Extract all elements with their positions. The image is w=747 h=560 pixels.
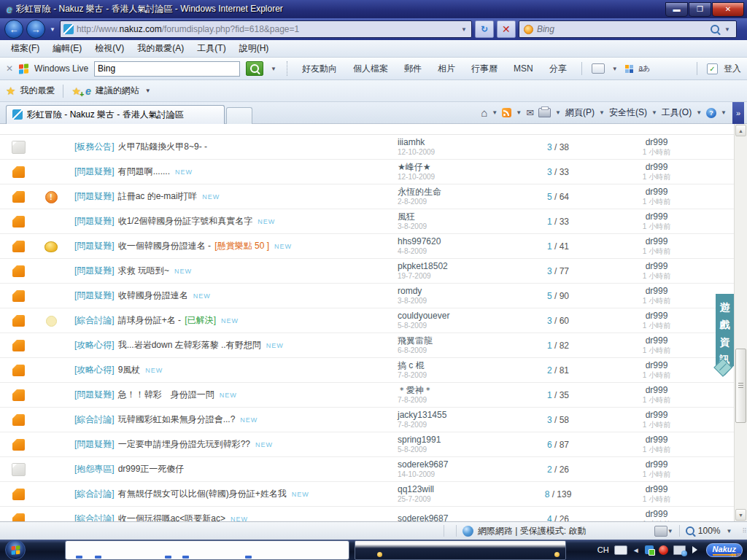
thread-author-link[interactable]: 飛翼雷龍 — [398, 335, 511, 346]
favorites-star-icon[interactable]: ★ — [6, 85, 15, 98]
live-link-activity[interactable]: 好友動向 — [297, 63, 342, 75]
live-search-button[interactable] — [246, 61, 263, 76]
help-icon[interactable]: ? — [706, 108, 716, 118]
thread-author-link[interactable]: 永恆的生命 — [398, 187, 511, 198]
tools-menu[interactable]: 工具(O) — [662, 106, 692, 119]
address-dropdown-icon[interactable]: ▼ — [460, 26, 468, 33]
thread-category[interactable]: [攻略心得] — [74, 340, 115, 350]
vertical-scrollbar[interactable]: ▲ ▼ — [734, 124, 747, 521]
thread-author-link[interactable]: couldyouever — [398, 311, 511, 322]
thread-title-link[interactable]: 有問題啊....... — [118, 166, 170, 176]
live-link-photos[interactable]: 相片 — [433, 63, 460, 75]
thread-title-link[interactable]: 收一個韓國身份證連名 - — [118, 241, 214, 251]
print-icon[interactable] — [538, 108, 551, 117]
thread-category[interactable]: [問題疑難] — [74, 389, 115, 400]
thread-author-link[interactable]: 搞 c 棍 — [398, 360, 511, 371]
last-poster-link[interactable]: dr999 — [605, 335, 708, 346]
page-menu[interactable]: 網頁(P) — [565, 106, 595, 119]
thread-title-link[interactable]: 火甲7貼錢換火甲8~9- - — [118, 141, 207, 152]
menu-view[interactable]: 檢視(V) — [88, 40, 131, 57]
help-dropdown-icon[interactable]: ▼ — [721, 109, 727, 116]
last-poster-link[interactable]: dr999 — [605, 360, 708, 371]
thread-title-link[interactable]: 請球身份証+名 - — [118, 315, 184, 325]
live-link-mail[interactable]: 郵件 — [399, 63, 427, 75]
messenger-icon[interactable] — [645, 545, 654, 554]
search-dropdown-icon[interactable]: ▼ — [723, 26, 732, 33]
zoom-dropdown-icon[interactable]: ▼ — [726, 528, 732, 534]
close-button[interactable]: ✕ — [712, 2, 744, 17]
last-poster-link[interactable]: dr999 — [605, 286, 708, 297]
taskbar-window-group-1[interactable] — [65, 540, 349, 560]
thread-author-link[interactable]: ★峰仔★ — [398, 162, 511, 173]
thread-title-link[interactable]: 收1/2個韓國身份証字號和真實名字 — [118, 216, 253, 226]
scrollbar-thumb[interactable] — [735, 349, 746, 423]
tray-app-icon[interactable] — [659, 545, 668, 555]
thread-title-link[interactable]: 收韓國身份證連名 — [118, 290, 188, 300]
thread-author-link[interactable]: jacky131455 — [398, 410, 511, 421]
live-link-profile[interactable]: 個人檔案 — [348, 63, 393, 75]
live-search-dropdown-icon[interactable]: ▼ — [269, 66, 278, 72]
restore-button[interactable]: ❐ — [689, 2, 711, 17]
thread-title-link[interactable]: 收一個玩得嘅ac<唔要新ac> — [118, 513, 225, 521]
scroll-down-icon[interactable]: ▼ — [735, 509, 746, 521]
thread-title-highlight[interactable]: [懸賞樂點 50 ] — [214, 241, 269, 251]
keyboard-icon[interactable] — [614, 545, 627, 555]
safety-dropdown-icon[interactable]: ▼ — [651, 109, 657, 116]
favorites-label[interactable]: 我的最愛 — [20, 85, 55, 97]
stop-button[interactable]: ✕ — [497, 20, 516, 38]
thread-author-link[interactable]: soderek9687 — [398, 459, 511, 470]
volume-icon[interactable] — [692, 546, 701, 553]
add-favorite-icon[interactable]: ★ — [71, 85, 81, 97]
thread-author-link[interactable]: qq123will — [398, 484, 511, 495]
thread-title-link[interactable]: 求救 玩唔到~ — [118, 265, 169, 276]
last-poster-link[interactable]: dr999 — [605, 509, 708, 520]
home-dropdown-icon[interactable]: ▼ — [492, 109, 498, 116]
thread-author-link[interactable]: spring1991 — [398, 435, 511, 446]
rss-dropdown-icon[interactable]: ▼ — [516, 109, 522, 116]
language-indicator[interactable]: CH — [597, 545, 609, 554]
forward-button[interactable]: → — [26, 20, 45, 39]
network-icon[interactable] — [673, 545, 686, 555]
zoom-icon[interactable] — [686, 526, 694, 535]
safety-menu[interactable]: 安全性(S) — [609, 106, 647, 119]
thread-title-link[interactable]: 9風杖 — [118, 365, 141, 375]
toolbar-options-icon[interactable] — [592, 63, 605, 74]
last-poster-link[interactable]: dr999 — [605, 435, 708, 446]
live-link-calendar[interactable]: 行事曆 — [466, 63, 503, 75]
sign-in-link[interactable]: 登入 — [724, 63, 741, 75]
start-button[interactable] — [5, 540, 26, 560]
menu-favorites[interactable]: 我的最愛(A) — [131, 40, 190, 57]
last-poster-link[interactable]: dr999 — [605, 459, 708, 470]
home-icon[interactable]: ⌂ — [481, 106, 487, 119]
suggested-sites-dropdown-icon[interactable]: ▼ — [144, 88, 152, 94]
last-poster-link[interactable]: dr999 — [605, 410, 708, 421]
last-poster-link[interactable]: dr999 — [605, 236, 708, 247]
last-poster-link[interactable]: dr999 — [605, 187, 708, 198]
thread-title-link[interactable]: dr999正一死傻仔 — [118, 464, 185, 474]
rss-icon[interactable] — [502, 108, 511, 117]
tools-dropdown-icon[interactable]: ▼ — [696, 109, 702, 116]
highlight-icon[interactable] — [625, 65, 633, 73]
refresh-button[interactable]: ↻ — [475, 20, 494, 38]
last-poster-link[interactable]: dr999 — [605, 162, 708, 173]
thread-category[interactable]: [問題疑難] — [74, 439, 115, 449]
thread-category[interactable]: [問題疑難] — [74, 265, 115, 276]
live-link-msn[interactable]: MSN — [508, 63, 538, 74]
last-poster-link[interactable]: dr999 — [605, 484, 708, 495]
address-bar[interactable]: http://www.nakuz.com/forumdisplay.php?fi… — [60, 20, 472, 38]
last-poster-link[interactable]: dr999 — [605, 311, 708, 322]
thread-author-link[interactable]: iiiamhk — [398, 137, 511, 148]
minimize-button[interactable]: ▬ — [665, 2, 688, 17]
signin-check-icon[interactable]: ✓ — [707, 63, 718, 74]
thread-category[interactable]: [綜合討論] — [74, 513, 115, 521]
thread-title-link[interactable]: 我...岩岩down 左韓彩落黎 ..有野想問 — [118, 340, 261, 350]
thread-category[interactable]: [綜合討論] — [74, 414, 115, 424]
new-tab-button[interactable] — [226, 107, 252, 124]
thread-category[interactable]: [問題疑難] — [74, 216, 115, 226]
page-dropdown-icon[interactable]: ▼ — [599, 109, 605, 116]
taskbar-window-group-2[interactable] — [355, 540, 566, 560]
last-poster-link[interactable]: dr999 — [605, 385, 708, 396]
toolbar-overflow-chevron[interactable]: » — [732, 102, 744, 124]
protected-mode-dropdown-icon[interactable]: ▼ — [667, 528, 673, 534]
search-box[interactable]: Bing ▼ — [519, 20, 737, 38]
